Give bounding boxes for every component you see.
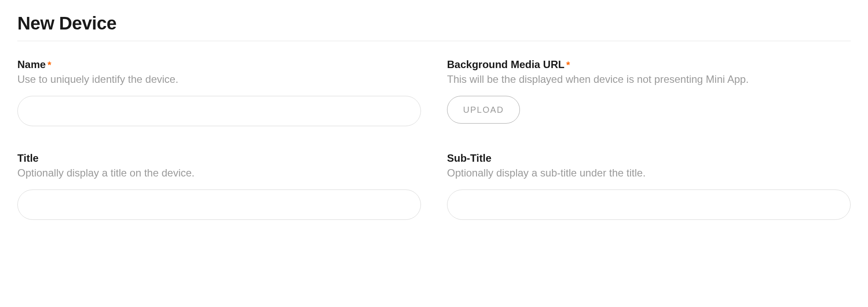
name-label-row: Name * — [17, 59, 421, 71]
name-label: Name — [17, 59, 46, 71]
background-media-label-row: Background Media URL * — [447, 59, 851, 71]
subtitle-label-row: Sub-Title — [447, 152, 851, 164]
required-star-icon: * — [566, 60, 570, 70]
required-star-icon: * — [47, 60, 51, 70]
upload-button[interactable]: UPLOAD — [447, 96, 520, 124]
subtitle-field: Sub-Title Optionally display a sub-title… — [447, 152, 851, 220]
background-media-help: This will be the displayed when device i… — [447, 73, 851, 85]
title-help: Optionally display a title on the device… — [17, 167, 421, 179]
new-device-form: Name * Use to uniquely identify the devi… — [17, 59, 851, 220]
name-input[interactable] — [17, 96, 421, 126]
title-label: Title — [17, 152, 39, 164]
page-title: New Device — [17, 13, 851, 41]
background-media-label: Background Media URL — [447, 59, 565, 71]
title-field: Title Optionally display a title on the … — [17, 152, 421, 220]
subtitle-input[interactable] — [447, 189, 851, 220]
title-label-row: Title — [17, 152, 421, 164]
name-help: Use to uniquely identify the device. — [17, 73, 421, 85]
background-media-field: Background Media URL * This will be the … — [447, 59, 851, 126]
name-field: Name * Use to uniquely identify the devi… — [17, 59, 421, 126]
subtitle-help: Optionally display a sub-title under the… — [447, 167, 851, 179]
subtitle-label: Sub-Title — [447, 152, 491, 164]
title-input[interactable] — [17, 189, 421, 220]
